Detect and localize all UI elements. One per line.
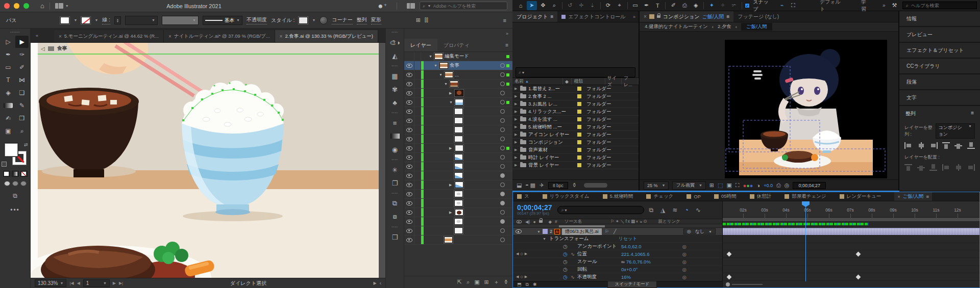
panel-drag-handle[interactable]: ▪▪▪▪ xyxy=(391,190,398,197)
tab-project[interactable]: プロジェクト≡ xyxy=(512,11,557,22)
isolation-mode-bar[interactable]: ◁ 食事 xyxy=(41,45,67,52)
document-tab[interactable]: ×ナイトルーティン.ai* @ 37.09 % (RGB/プ... xyxy=(164,30,275,42)
expand-layer-switches-icon[interactable]: ⬒ xyxy=(517,282,522,287)
layer-row[interactable] xyxy=(404,125,512,135)
target-circle[interactable] xyxy=(500,201,505,205)
prev-keyframe-icon[interactable]: ◀ xyxy=(516,275,519,279)
target-circle[interactable] xyxy=(500,137,505,141)
visibility-toggle[interactable] xyxy=(404,80,414,88)
keyframe-navigator[interactable]: ◀◇▶ xyxy=(516,252,534,256)
layer-source-name[interactable]: 煙06/3.お風呂.ai xyxy=(562,228,602,235)
exposure-value[interactable]: +0.0 xyxy=(764,183,773,188)
layer-row[interactable] xyxy=(404,199,512,208)
tab-layers[interactable]: レイヤー xyxy=(404,39,437,51)
expand-toggle[interactable]: ▼ xyxy=(444,82,448,86)
breadcrumb-current[interactable]: ご飯/人間 xyxy=(741,23,772,31)
label-color-chip[interactable] xyxy=(577,110,581,114)
project-item-row[interactable]: ▶背景 レイヤーフォルダー xyxy=(512,162,639,169)
swap-fill-stroke-icon[interactable]: ⇄ xyxy=(24,142,28,147)
lock-toggle[interactable] xyxy=(414,116,421,125)
eraser-tool[interactable]: ◈ xyxy=(691,1,701,10)
libraries-panel-icon[interactable]: ❒ xyxy=(386,230,404,244)
layer-row[interactable] xyxy=(404,135,512,144)
clone-stamp-tool[interactable]: ⎙ xyxy=(679,1,690,10)
visibility-toggle[interactable] xyxy=(516,229,522,233)
expand-toggle[interactable]: ▶ xyxy=(449,91,453,95)
brush-definition-dropdown[interactable]: ▼ xyxy=(162,16,199,25)
label-color-chip[interactable] xyxy=(577,125,581,129)
layer-row[interactable]: ▼... xyxy=(404,70,512,80)
edit-toolbar-button[interactable]: ••• xyxy=(10,206,20,214)
target-circle[interactable] xyxy=(500,210,505,215)
layer-row[interactable]: ▼編集モード xyxy=(404,52,512,61)
locate-object-icon[interactable]: ⌕ xyxy=(467,279,470,285)
workspace-learn[interactable]: 学習 xyxy=(854,0,878,13)
graphic-styles-panel-icon[interactable]: ❐ xyxy=(386,176,404,190)
target-circle[interactable] xyxy=(500,72,505,77)
fill-proxy[interactable] xyxy=(5,143,18,156)
stroke-weight-stepper[interactable]: ▲▼ xyxy=(114,16,121,24)
draw-behind-mode[interactable] xyxy=(12,181,18,186)
artboards-panel-icon[interactable]: ⧇ xyxy=(386,210,404,223)
shy-switch[interactable]: ⚐ xyxy=(604,229,610,234)
layer-row[interactable]: ▼ xyxy=(404,98,512,107)
parent-link-column[interactable]: 親とリンク xyxy=(658,219,680,225)
target-circle[interactable] xyxy=(500,146,505,150)
zoom-level-dropdown[interactable]: 130.33%▼ xyxy=(35,279,66,287)
project-item-row[interactable]: ▶1.着替え 2...ーフォルダー xyxy=(512,85,639,93)
pickwhip-icon[interactable]: ◎ xyxy=(687,229,691,234)
sidebar-panel-header[interactable]: プレビュー xyxy=(899,27,980,43)
target-circle[interactable] xyxy=(500,164,505,169)
rotation-tool[interactable]: ⟳ xyxy=(603,1,614,10)
expand-panel-icon[interactable]: » xyxy=(506,31,508,36)
label-color-chip[interactable] xyxy=(577,94,581,98)
label-color-chip[interactable] xyxy=(577,163,581,167)
magnification-dropdown[interactable]: 25 %▼ xyxy=(644,181,669,190)
none-button[interactable] xyxy=(20,171,28,177)
layer-content[interactable] xyxy=(424,217,500,226)
hide-shy-layers-icon[interactable]: ≋ xyxy=(672,206,677,214)
illustrator-canvas[interactable]: ◁ 食事 xyxy=(31,43,385,278)
distribute-horizontal-center-button[interactable] xyxy=(954,164,963,171)
document-tab[interactable]: ×5.モーニングルーティン.ai @ 44.62 % (R... xyxy=(54,30,164,42)
help-search-input[interactable] xyxy=(911,3,967,8)
layer-content[interactable]: ▶ xyxy=(424,144,500,152)
close-tab-icon[interactable]: × xyxy=(280,34,283,39)
shape-builder-tool[interactable]: ❒ xyxy=(15,112,29,124)
timeline-comp-tab[interactable]: チェック xyxy=(646,193,673,200)
panel-drag-handle[interactable]: ▪▪▪▪ xyxy=(391,109,398,116)
layer-content[interactable]: ▼編集モード xyxy=(424,52,500,61)
visibility-toggle[interactable] xyxy=(404,190,414,198)
align-left-button[interactable] xyxy=(904,142,913,149)
panel-drag-handle[interactable]: ▪▪▪▪ xyxy=(391,223,398,230)
property-name[interactable]: アンカーポイント xyxy=(577,243,621,250)
sidebar-panel-header[interactable]: 文字 xyxy=(899,90,980,106)
property-value[interactable]: 76.0,76.0% xyxy=(626,259,651,265)
pickwhip-icon[interactable]: ◎ xyxy=(682,244,687,249)
target-circle[interactable] xyxy=(500,127,505,132)
color-button[interactable] xyxy=(3,171,10,177)
collapse-group-icon[interactable]: ▼ xyxy=(543,237,546,241)
stopwatch-icon[interactable]: ◷ xyxy=(563,251,571,257)
timeline-comp-tab[interactable]: 部屋着チェンジ xyxy=(785,193,826,200)
visibility-toggle[interactable] xyxy=(404,125,414,134)
layer-content[interactable] xyxy=(424,190,500,198)
visibility-toggle[interactable] xyxy=(404,70,414,79)
workspace-settings-icon[interactable]: ⚒ xyxy=(889,1,899,10)
workspace-overflow-icon[interactable]: » xyxy=(879,3,889,8)
layer-row[interactable] xyxy=(404,162,512,171)
disclosure-icon[interactable]: ▶ xyxy=(514,133,518,137)
collapse-toolbar-icon[interactable]: « xyxy=(31,33,54,42)
expand-toggle[interactable]: ▼ xyxy=(429,55,433,58)
property-row[interactable]: ◀◇▶◷アンカーポイント54.0,62.0◎ xyxy=(513,243,722,250)
tab-composition[interactable]: × コンポジション ご飯/人間 ≡ xyxy=(640,11,733,22)
distribute-left-button[interactable] xyxy=(942,164,950,171)
property-row[interactable]: ◀◇▶◷∿不透明度16%◎ xyxy=(513,273,722,281)
draw-normal-mode[interactable] xyxy=(4,181,10,186)
visibility-toggle[interactable] xyxy=(404,89,414,97)
sidebar-panel-header[interactable]: 段落 xyxy=(899,74,980,90)
brushes-panel-icon[interactable]: ✾ xyxy=(386,83,404,96)
layer-content[interactable]: ▼ xyxy=(424,98,500,107)
layer-row[interactable] xyxy=(404,235,512,245)
visibility-toggle[interactable] xyxy=(404,226,414,235)
